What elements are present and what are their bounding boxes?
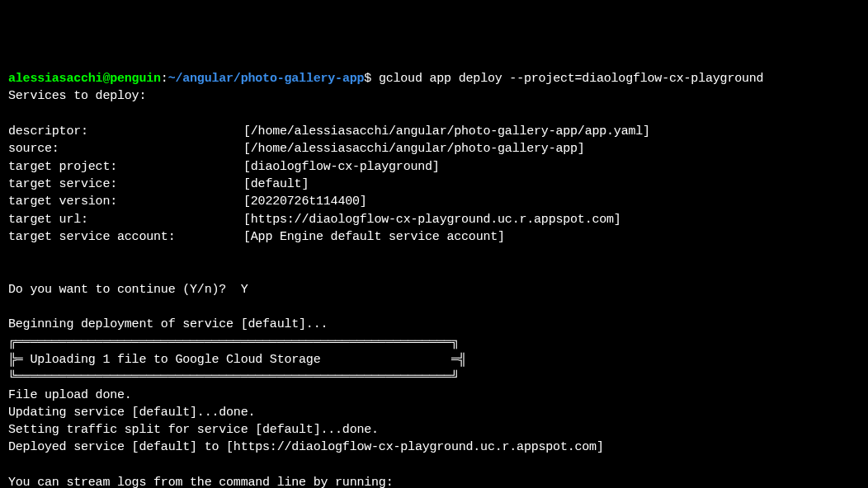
terminal[interactable]: alessiasacchi@penguin:~/angular/photo-ga… <box>8 70 860 488</box>
source-label: source: <box>8 140 243 157</box>
logs-message: You can stream logs from the command lin… <box>8 476 393 488</box>
descriptor-value: [/home/alessiasacchi/angular/photo-galle… <box>243 124 650 138</box>
deployed-service: Deployed service [default] to [https://d… <box>8 440 604 454</box>
prompt-path: ~/angular/photo-gallery-app <box>168 72 365 86</box>
file-upload-done: File upload done. <box>8 388 132 402</box>
beginning-deployment: Beginning deployment of service [default… <box>8 317 328 331</box>
target-service-value: [default] <box>243 177 309 191</box>
target-service-label: target service: <box>8 176 243 193</box>
box-top: ╔═══════════════════════════════════════… <box>8 336 459 350</box>
traffic-split: Setting traffic split for service [defau… <box>8 423 379 437</box>
command-text: gcloud app deploy --project=diaologflow-… <box>379 72 763 86</box>
prompt-dollar: $ <box>364 72 379 86</box>
prompt-colon: : <box>161 72 168 86</box>
source-value: [/home/alessiasacchi/angular/photo-galle… <box>243 142 585 156</box>
updating-service: Updating service [default]...done. <box>8 406 255 420</box>
box-middle: ╠═ Uploading 1 file to Google Cloud Stor… <box>8 353 466 367</box>
target-project-value: [diaologflow-cx-playground] <box>243 160 440 174</box>
target-service-account-value: [App Engine default service account] <box>243 230 505 244</box>
box-bottom: ╚═══════════════════════════════════════… <box>8 370 459 384</box>
target-service-account-label: target service account: <box>8 228 243 246</box>
target-project-label: target project: <box>8 158 243 176</box>
prompt-user: alessiasacchi@penguin <box>8 72 161 86</box>
target-url-value: [https://diaologflow-cx-playground.uc.r.… <box>243 213 621 227</box>
target-version-label: target version: <box>8 193 243 210</box>
descriptor-label: descriptor: <box>8 123 243 140</box>
target-url-label: target url: <box>8 211 243 228</box>
target-version-value: [20220726t114400] <box>243 195 367 209</box>
continue-prompt: Do you want to continue (Y/n)? Y <box>8 283 248 297</box>
services-header: Services to deploy: <box>8 89 146 103</box>
